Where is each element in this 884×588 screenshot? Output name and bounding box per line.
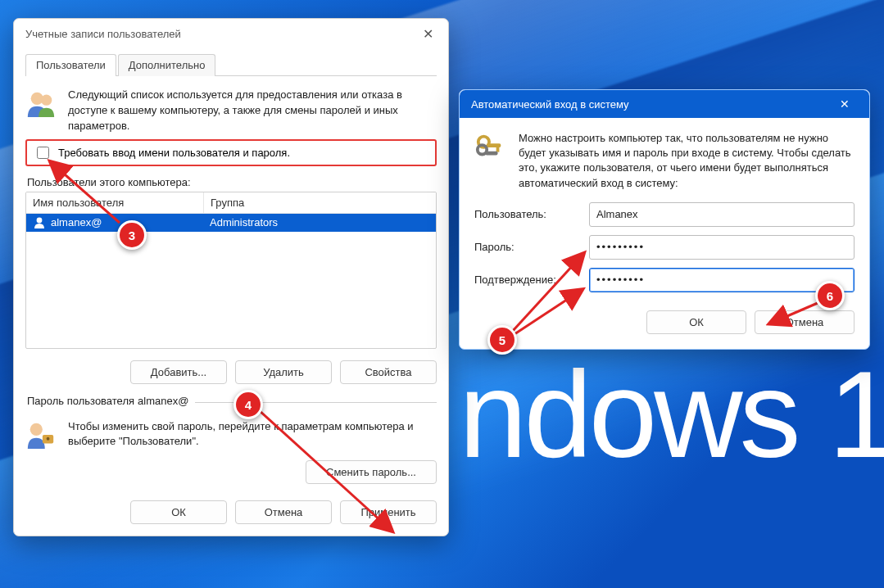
confirm-label: Подтверждение: (474, 274, 589, 286)
user-accounts-dialog: Учетные записи пользователей ✕ Пользоват… (13, 18, 449, 536)
cancel-button[interactable]: Отмена (235, 500, 332, 524)
svg-point-1 (41, 95, 52, 106)
require-credentials-highlight: Требовать ввод имени пользователя и паро… (25, 139, 437, 166)
callout-marker-6: 6 (815, 281, 845, 310)
tab-users[interactable]: Пользователи (25, 54, 116, 76)
users-list-label: Пользователи этого компьютера: (27, 176, 437, 188)
svg-point-3 (30, 423, 43, 435)
user-row-group: Administrators (203, 214, 436, 232)
description-text: Следующий список используется для предос… (68, 88, 437, 134)
col-group[interactable]: Группа (204, 192, 436, 213)
table-row[interactable]: almanex@ Administrators (26, 214, 436, 232)
require-credentials-label: Требовать ввод имени пользователя и паро… (58, 147, 290, 159)
svg-rect-10 (485, 152, 497, 156)
password-field[interactable] (589, 235, 855, 260)
properties-button[interactable]: Свойства (340, 360, 437, 384)
svg-point-2 (37, 217, 43, 223)
password-label: Пароль: (474, 241, 589, 253)
auto-login-dialog: Автоматический вход в систему ✕ Можно на… (459, 89, 870, 350)
tab-strip: Пользователи Дополнительно (25, 48, 437, 76)
users-icon (25, 88, 57, 119)
users-table[interactable]: Имя пользователя Группа almanex@ Adminis… (25, 192, 437, 349)
user-label: Пользователь: (474, 208, 589, 220)
user-row-icon (33, 216, 46, 229)
keys-icon (474, 131, 505, 162)
svg-point-5 (47, 436, 50, 440)
password-legend-user: almanex@ (138, 395, 188, 407)
password-legend-pre: Пароль пользователя (27, 395, 134, 407)
user-field[interactable] (589, 202, 855, 227)
callout-marker-5: 5 (487, 325, 517, 355)
password-section: Пароль пользователя almanex@ Чтобы измен… (25, 402, 437, 484)
description-text: Можно настроить компьютер так, что польз… (519, 131, 855, 191)
col-username[interactable]: Имя пользователя (26, 192, 204, 213)
add-button[interactable]: Добавить... (130, 360, 227, 384)
user-row-name: almanex@ (51, 216, 102, 228)
change-password-button[interactable]: Сменить пароль... (306, 460, 437, 484)
cancel-button[interactable]: Отмена (755, 310, 855, 334)
dialog-titlebar[interactable]: Учетные записи пользователей ✕ (14, 19, 448, 48)
ok-button[interactable]: ОК (646, 310, 746, 334)
tab-advanced[interactable]: Дополнительно (118, 54, 216, 76)
background-text: ndows 1 (459, 344, 884, 486)
svg-rect-7 (487, 143, 501, 147)
callout-marker-4: 4 (233, 390, 263, 419)
ok-button[interactable]: ОК (130, 500, 227, 524)
close-icon[interactable]: ✕ (415, 24, 440, 43)
dialog-titlebar[interactable]: Автоматический вход в систему ✕ (460, 90, 869, 118)
password-text: Чтобы изменить свой пароль, перейдите к … (68, 419, 437, 450)
dialog-title: Учетные записи пользователей (25, 28, 181, 40)
delete-button[interactable]: Удалить (235, 360, 332, 384)
dialog-title: Автоматический вход в систему (471, 98, 629, 111)
password-icon (25, 419, 57, 450)
callout-marker-3: 3 (117, 220, 147, 250)
apply-button[interactable]: Применить (340, 500, 437, 524)
require-credentials-checkbox[interactable] (37, 147, 49, 159)
close-icon[interactable]: ✕ (827, 93, 863, 115)
confirm-field[interactable] (589, 268, 855, 292)
